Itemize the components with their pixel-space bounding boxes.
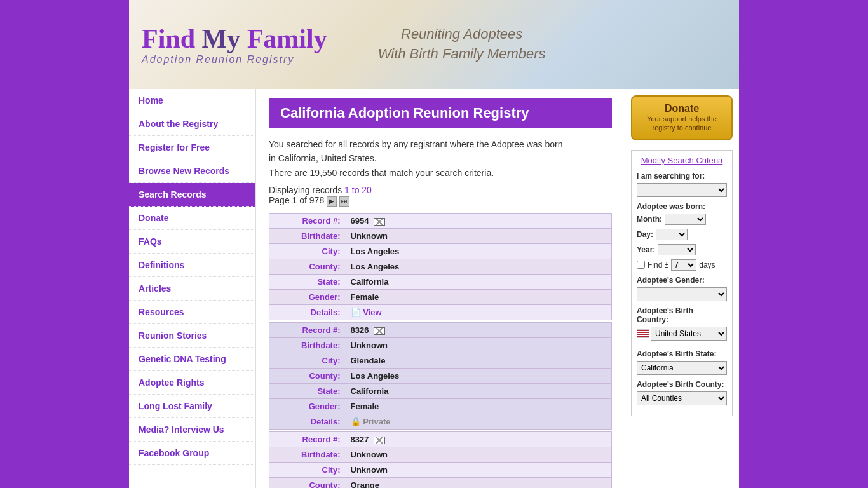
email-icon[interactable]: [374, 437, 385, 444]
main-content: California Adoption Reunion Registry You…: [256, 89, 625, 488]
record-field-label: Birthdate:: [269, 338, 346, 353]
searching-for-select[interactable]: [637, 183, 727, 197]
logo-subtitle: Adoption Reunion Registry: [142, 54, 327, 65]
email-icon[interactable]: [374, 327, 385, 335]
sidebar-item-about-the-registry[interactable]: About the Registry: [129, 112, 255, 136]
record-field-label: Gender:: [269, 399, 346, 414]
table-row: Details:Private: [269, 414, 612, 430]
record-field-label: County:: [269, 478, 346, 488]
county-select[interactable]: All Counties: [637, 391, 727, 405]
table-row: County:Los Angeles: [269, 259, 612, 274]
sidebar-item-search-records[interactable]: Search Records: [129, 183, 255, 207]
site-logo: Find My Family: [142, 24, 327, 54]
sidebar-item-reunion-stories[interactable]: Reunion Stories: [129, 324, 255, 348]
record-field-label: City:: [269, 353, 346, 369]
table-row: Gender:Female: [269, 290, 612, 305]
record-field-label: Record #:: [269, 432, 346, 447]
gender-label: Adoptee's Gender:: [637, 276, 727, 285]
sidebar-item-genetic-dna-testing[interactable]: Genetic DNA Testing: [129, 348, 255, 371]
logo-find: Find: [142, 24, 195, 53]
record-field-label: County:: [269, 259, 346, 274]
email-icon[interactable]: [374, 218, 385, 226]
sidebar-item-media--interview-us[interactable]: Media? Interview Us: [129, 418, 255, 442]
pagination-info: Displaying records 1 to 20 Page 1 of 978…: [269, 185, 612, 207]
table-row: City:Unknown: [269, 463, 612, 478]
sidebar: HomeAbout the RegistryRegister for FreeB…: [129, 89, 256, 488]
record-field-value[interactable]: View: [346, 305, 612, 320]
logo-my: My: [195, 24, 247, 53]
search-panel: Modify Search Criteria I am searching fo…: [631, 150, 733, 416]
sidebar-item-adoptee-rights[interactable]: Adoptee Rights: [129, 371, 255, 395]
record-field-label: Details:: [269, 414, 346, 430]
record-field-label: Record #:: [269, 214, 346, 229]
record-field-value: Glendale: [346, 353, 612, 369]
table-row: Birthdate:Unknown: [269, 229, 612, 244]
record-field-label: Details:: [269, 305, 346, 320]
table-row: Record #:6954: [269, 214, 612, 229]
site-tagline: Reuniting Adoptees With Birth Family Mem…: [378, 25, 546, 64]
record-field-value: 8326: [346, 323, 612, 338]
donate-button[interactable]: Donate Your support helps the registry t…: [631, 95, 733, 140]
record-field-label: City:: [269, 463, 346, 478]
record-field-value: Private: [346, 414, 612, 430]
state-select[interactable]: California: [637, 361, 727, 375]
table-row: County:Orange: [269, 478, 612, 488]
adoptee-born-label: Adoptee was born:: [637, 202, 727, 211]
birth-state-label: Adoptee's Birth State:: [637, 349, 727, 358]
record-field-value: Orange: [346, 478, 612, 488]
days-label: days: [699, 261, 715, 269]
range-link[interactable]: 1 to 20: [344, 185, 372, 195]
find-checkbox[interactable]: [637, 261, 645, 269]
sidebar-item-long-lost-family[interactable]: Long Lost Family: [129, 395, 255, 418]
record-field-label: City:: [269, 244, 346, 259]
record-field-label: Gender:: [269, 290, 346, 305]
next-page-btn[interactable]: ▶: [327, 196, 337, 207]
gender-select[interactable]: [637, 287, 727, 301]
table-row: Details:View: [269, 305, 612, 320]
record-field-label: County:: [269, 369, 346, 384]
record-field-label: Birthdate:: [269, 229, 346, 244]
day-label: Day:: [637, 230, 653, 239]
table-row: City:Glendale: [269, 353, 612, 369]
record-field-value: Los Angeles: [346, 244, 612, 259]
page-nav: ▶ ⏭: [327, 196, 349, 207]
table-row: Record #:8326: [269, 323, 612, 338]
sidebar-item-articles[interactable]: Articles: [129, 277, 255, 301]
sidebar-item-faqs[interactable]: FAQs: [129, 230, 255, 254]
summary-line1: You searched for all records by any regi…: [269, 139, 563, 149]
private-text: Private: [351, 417, 391, 426]
record-field-value: Unknown: [346, 338, 612, 353]
view-link[interactable]: View: [351, 308, 382, 317]
sidebar-item-resources[interactable]: Resources: [129, 301, 255, 324]
sidebar-item-facebook-group[interactable]: Facebook Group: [129, 442, 255, 465]
table-row: Record #:8327: [269, 432, 612, 447]
record-field-value: Los Angeles: [346, 369, 612, 384]
sidebar-item-register-for-free[interactable]: Register for Free: [129, 136, 255, 159]
logo-family: Family: [247, 24, 327, 53]
donate-title: Donate: [639, 103, 725, 114]
day-select[interactable]: [656, 229, 688, 240]
record-field-value: 6954: [346, 214, 612, 229]
record-field-value: Female: [346, 290, 612, 305]
sidebar-item-home[interactable]: Home: [129, 89, 255, 112]
sidebar-item-donate[interactable]: Donate: [129, 207, 255, 230]
year-select[interactable]: [658, 244, 696, 255]
record-number: 8326: [351, 325, 369, 335]
record-number: 8327: [351, 435, 369, 444]
searching-for-label: I am searching for:: [637, 172, 727, 180]
record-field-value: Unknown: [346, 463, 612, 478]
right-panel: Donate Your support helps the registry t…: [625, 89, 739, 488]
modify-search-link[interactable]: Modify Search Criteria: [637, 156, 727, 165]
month-select[interactable]: [665, 214, 706, 225]
page-info: Page 1 of 978: [269, 195, 324, 205]
birth-county-label: Adoptee's Birth County:: [637, 380, 727, 389]
sidebar-item-definitions[interactable]: Definitions: [129, 254, 255, 277]
country-select[interactable]: United States: [651, 327, 727, 341]
last-page-btn[interactable]: ⏭: [339, 196, 349, 207]
record-field-value: California: [346, 274, 612, 290]
record-field-value: California: [346, 384, 612, 399]
record-field-value: 8327: [346, 432, 612, 447]
sidebar-item-browse-new-records[interactable]: Browse New Records: [129, 159, 255, 183]
record-field-label: State:: [269, 274, 346, 290]
days-select[interactable]: 7: [671, 259, 696, 271]
